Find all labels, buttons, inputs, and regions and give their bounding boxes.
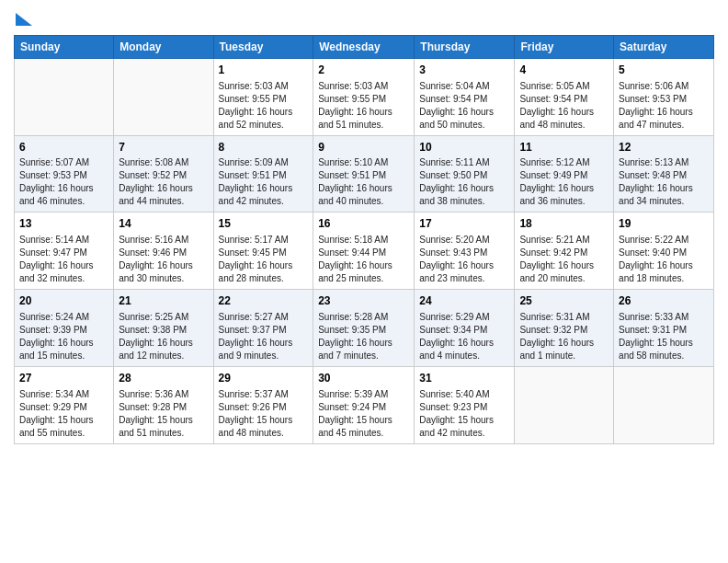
calendar-cell: 4Sunrise: 5:05 AM Sunset: 9:54 PM Daylig… <box>515 58 614 135</box>
calendar-week-row: 20Sunrise: 5:24 AM Sunset: 9:39 PM Dayli… <box>15 290 714 367</box>
calendar-cell: 24Sunrise: 5:29 AM Sunset: 9:34 PM Dayli… <box>415 290 515 367</box>
calendar-cell: 29Sunrise: 5:37 AM Sunset: 9:26 PM Dayli… <box>213 366 313 443</box>
cell-content: Sunrise: 5:24 AM Sunset: 9:39 PM Dayligh… <box>19 311 108 362</box>
calendar-cell: 1Sunrise: 5:03 AM Sunset: 9:55 PM Daylig… <box>213 58 313 135</box>
calendar-week-row: 6Sunrise: 5:07 AM Sunset: 9:53 PM Daylig… <box>15 135 714 213</box>
day-number: 21 <box>119 293 208 309</box>
calendar-cell: 19Sunrise: 5:22 AM Sunset: 9:40 PM Dayli… <box>614 213 714 290</box>
header <box>14 9 714 28</box>
cell-content: Sunrise: 5:27 AM Sunset: 9:37 PM Dayligh… <box>219 311 309 362</box>
calendar-cell: 25Sunrise: 5:31 AM Sunset: 9:32 PM Dayli… <box>515 290 614 367</box>
cell-content: Sunrise: 5:03 AM Sunset: 9:55 PM Dayligh… <box>318 80 409 132</box>
cell-content: Sunrise: 5:04 AM Sunset: 9:54 PM Dayligh… <box>419 80 509 132</box>
day-number: 22 <box>219 293 309 309</box>
cell-content: Sunrise: 5:06 AM Sunset: 9:53 PM Dayligh… <box>619 80 709 132</box>
cell-content: Sunrise: 5:18 AM Sunset: 9:44 PM Dayligh… <box>318 234 409 285</box>
calendar-cell <box>114 58 213 135</box>
calendar-cell: 5Sunrise: 5:06 AM Sunset: 9:53 PM Daylig… <box>614 58 714 135</box>
calendar-cell: 2Sunrise: 5:03 AM Sunset: 9:55 PM Daylig… <box>313 58 415 135</box>
cell-content: Sunrise: 5:17 AM Sunset: 9:45 PM Dayligh… <box>219 234 309 285</box>
cell-content: Sunrise: 5:16 AM Sunset: 9:46 PM Dayligh… <box>119 234 208 285</box>
weekday-header: Monday <box>114 35 213 58</box>
calendar-cell: 7Sunrise: 5:08 AM Sunset: 9:52 PM Daylig… <box>114 135 213 213</box>
calendar-cell: 13Sunrise: 5:14 AM Sunset: 9:47 PM Dayli… <box>15 213 114 290</box>
weekday-header: Friday <box>515 35 614 58</box>
day-number: 7 <box>119 140 208 155</box>
calendar-cell: 16Sunrise: 5:18 AM Sunset: 9:44 PM Dayli… <box>313 213 415 290</box>
calendar-cell: 31Sunrise: 5:40 AM Sunset: 9:23 PM Dayli… <box>415 366 515 443</box>
day-number: 31 <box>419 371 509 386</box>
logo <box>14 9 32 28</box>
calendar-cell: 10Sunrise: 5:11 AM Sunset: 9:50 PM Dayli… <box>415 135 515 213</box>
weekday-header: Sunday <box>15 35 114 58</box>
cell-content: Sunrise: 5:33 AM Sunset: 9:31 PM Dayligh… <box>619 311 709 362</box>
day-number: 11 <box>519 140 609 155</box>
day-number: 20 <box>19 293 108 309</box>
day-number: 25 <box>519 293 609 309</box>
calendar-week-row: 13Sunrise: 5:14 AM Sunset: 9:47 PM Dayli… <box>15 213 714 290</box>
weekday-header: Thursday <box>415 35 515 58</box>
day-number: 12 <box>619 140 709 155</box>
cell-content: Sunrise: 5:28 AM Sunset: 9:35 PM Dayligh… <box>318 311 409 362</box>
cell-content: Sunrise: 5:29 AM Sunset: 9:34 PM Dayligh… <box>419 311 509 362</box>
calendar-cell: 26Sunrise: 5:33 AM Sunset: 9:31 PM Dayli… <box>614 290 714 367</box>
calendar-cell: 28Sunrise: 5:36 AM Sunset: 9:28 PM Dayli… <box>114 366 213 443</box>
day-number: 15 <box>219 216 309 232</box>
day-number: 3 <box>419 63 509 78</box>
calendar-week-row: 27Sunrise: 5:34 AM Sunset: 9:29 PM Dayli… <box>15 366 714 443</box>
calendar-cell: 18Sunrise: 5:21 AM Sunset: 9:42 PM Dayli… <box>515 213 614 290</box>
cell-content: Sunrise: 5:07 AM Sunset: 9:53 PM Dayligh… <box>19 156 108 208</box>
page: SundayMondayTuesdayWednesdayThursdayFrid… <box>0 0 728 563</box>
day-number: 9 <box>318 140 409 155</box>
calendar-cell <box>614 366 714 443</box>
day-number: 17 <box>419 216 509 232</box>
cell-content: Sunrise: 5:11 AM Sunset: 9:50 PM Dayligh… <box>419 156 509 208</box>
day-number: 10 <box>419 140 509 155</box>
calendar-week-row: 1Sunrise: 5:03 AM Sunset: 9:55 PM Daylig… <box>15 58 714 135</box>
day-number: 24 <box>419 293 509 309</box>
cell-content: Sunrise: 5:05 AM Sunset: 9:54 PM Dayligh… <box>519 80 609 132</box>
day-number: 1 <box>219 63 309 78</box>
logo-text-block <box>14 9 32 28</box>
day-number: 8 <box>219 140 309 155</box>
calendar-cell: 6Sunrise: 5:07 AM Sunset: 9:53 PM Daylig… <box>15 135 114 213</box>
cell-content: Sunrise: 5:10 AM Sunset: 9:51 PM Dayligh… <box>318 156 409 208</box>
day-number: 13 <box>19 216 108 232</box>
calendar-cell: 21Sunrise: 5:25 AM Sunset: 9:38 PM Dayli… <box>114 290 213 367</box>
logo-arrow-icon <box>16 13 32 26</box>
day-number: 14 <box>119 216 208 232</box>
calendar-cell: 12Sunrise: 5:13 AM Sunset: 9:48 PM Dayli… <box>614 135 714 213</box>
day-number: 19 <box>619 216 709 232</box>
calendar-cell: 11Sunrise: 5:12 AM Sunset: 9:49 PM Dayli… <box>515 135 614 213</box>
cell-content: Sunrise: 5:14 AM Sunset: 9:47 PM Dayligh… <box>19 234 108 285</box>
calendar-cell: 8Sunrise: 5:09 AM Sunset: 9:51 PM Daylig… <box>213 135 313 213</box>
day-number: 16 <box>318 216 409 232</box>
day-number: 5 <box>619 63 709 78</box>
day-number: 6 <box>19 140 108 155</box>
day-number: 27 <box>19 371 108 386</box>
calendar-cell: 3Sunrise: 5:04 AM Sunset: 9:54 PM Daylig… <box>415 58 515 135</box>
day-number: 18 <box>519 216 609 232</box>
calendar-cell: 30Sunrise: 5:39 AM Sunset: 9:24 PM Dayli… <box>313 366 415 443</box>
calendar-cell: 17Sunrise: 5:20 AM Sunset: 9:43 PM Dayli… <box>415 213 515 290</box>
cell-content: Sunrise: 5:34 AM Sunset: 9:29 PM Dayligh… <box>19 388 108 440</box>
cell-content: Sunrise: 5:22 AM Sunset: 9:40 PM Dayligh… <box>619 234 709 285</box>
cell-content: Sunrise: 5:25 AM Sunset: 9:38 PM Dayligh… <box>119 311 208 362</box>
calendar-cell: 9Sunrise: 5:10 AM Sunset: 9:51 PM Daylig… <box>313 135 415 213</box>
cell-content: Sunrise: 5:03 AM Sunset: 9:55 PM Dayligh… <box>219 80 309 132</box>
weekday-header: Saturday <box>614 35 714 58</box>
calendar-cell: 23Sunrise: 5:28 AM Sunset: 9:35 PM Dayli… <box>313 290 415 367</box>
cell-content: Sunrise: 5:36 AM Sunset: 9:28 PM Dayligh… <box>119 388 208 440</box>
day-number: 30 <box>318 371 409 386</box>
calendar-cell: 20Sunrise: 5:24 AM Sunset: 9:39 PM Dayli… <box>15 290 114 367</box>
calendar-cell <box>15 58 114 135</box>
day-number: 23 <box>318 293 409 309</box>
calendar-header-row: SundayMondayTuesdayWednesdayThursdayFrid… <box>15 35 714 58</box>
cell-content: Sunrise: 5:20 AM Sunset: 9:43 PM Dayligh… <box>419 234 509 285</box>
day-number: 2 <box>318 63 409 78</box>
cell-content: Sunrise: 5:39 AM Sunset: 9:24 PM Dayligh… <box>318 388 409 440</box>
calendar-cell <box>515 366 614 443</box>
weekday-header: Wednesday <box>313 35 415 58</box>
calendar-cell: 15Sunrise: 5:17 AM Sunset: 9:45 PM Dayli… <box>213 213 313 290</box>
calendar-cell: 27Sunrise: 5:34 AM Sunset: 9:29 PM Dayli… <box>15 366 114 443</box>
